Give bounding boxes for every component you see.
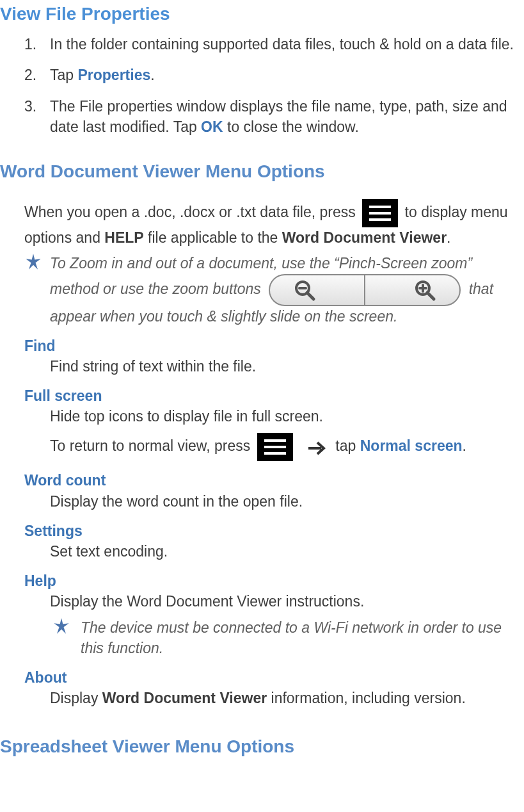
step-text-tail: to close the window. xyxy=(223,118,359,135)
help-bold: HELP xyxy=(104,229,143,246)
intro-text-a: When you open a .doc, .docx or .txt data… xyxy=(24,204,360,220)
zoom-widget xyxy=(269,274,461,306)
arrow-right-icon xyxy=(307,437,326,458)
intro-paragraph: When you open a .doc, .docx or .txt data… xyxy=(24,199,524,248)
subhead-about: About xyxy=(24,667,524,688)
properties-link: Properties xyxy=(77,67,150,83)
about-bold: Word Document Viewer xyxy=(102,690,267,706)
zoom-note: To Zoom in and out of a document, use th… xyxy=(24,253,524,326)
about-text-b: information, including version. xyxy=(267,690,466,706)
menu-icon xyxy=(257,433,293,461)
heading-spreadsheet-viewer-menu-options: Spreadsheet Viewer Menu Options xyxy=(0,734,524,759)
subhead-word-count: Word count xyxy=(24,470,524,491)
step-text-tail: . xyxy=(150,67,154,83)
desc-about: Display Word Document Viewer information… xyxy=(24,688,524,708)
step-2: 2. Tap Properties. xyxy=(24,65,524,85)
svg-line-2 xyxy=(307,293,314,299)
zoom-out-icon xyxy=(293,279,316,302)
step-number: 1. xyxy=(24,34,36,54)
desc-settings: Set text encoding. xyxy=(24,541,524,562)
svg-marker-9 xyxy=(54,618,68,634)
step-number: 3. xyxy=(24,96,36,117)
intro-text-d: . xyxy=(447,229,450,246)
zoom-in-icon xyxy=(413,279,436,302)
menu-icon xyxy=(362,199,398,227)
subhead-settings: Settings xyxy=(24,521,524,541)
step-text: In the folder containing supported data … xyxy=(50,36,514,53)
heading-view-file-properties: View File Properties xyxy=(0,1,524,26)
star-icon xyxy=(24,253,42,276)
fullscreen-text-c: . xyxy=(463,438,466,455)
desc-help: Display the Word Document Viewer instruc… xyxy=(24,591,524,612)
step-3: 3. The File properties window displays t… xyxy=(24,96,524,137)
subhead-full-screen: Full screen xyxy=(24,386,524,406)
desc-full-screen-1: Hide top icons to display file in full s… xyxy=(24,406,524,426)
fullscreen-text-a: To return to normal view, press xyxy=(50,438,255,455)
zoom-divider xyxy=(364,275,365,305)
word-document-viewer-bold: Word Document Viewer xyxy=(282,229,447,246)
steps-list: 1. In the folder containing supported da… xyxy=(0,34,524,137)
svg-line-5 xyxy=(427,293,434,299)
step-number: 2. xyxy=(24,65,36,85)
intro-text-c: file applicable to the xyxy=(144,229,282,246)
help-note: The device must be connected to a Wi-Fi … xyxy=(50,617,524,658)
fullscreen-text-b: tap xyxy=(335,438,360,455)
step-1: 1. In the folder containing supported da… xyxy=(24,34,524,54)
desc-full-screen-2: To return to normal view, press tap Norm… xyxy=(24,433,524,461)
svg-marker-0 xyxy=(26,254,40,270)
subhead-find: Find xyxy=(24,336,524,356)
ok-link: OK xyxy=(201,118,223,135)
normal-screen-link: Normal screen xyxy=(360,438,463,455)
step-text: Tap xyxy=(50,67,77,83)
star-icon xyxy=(52,617,70,640)
desc-find: Find string of text within the file. xyxy=(24,356,524,377)
heading-word-document-viewer-menu-options: Word Document Viewer Menu Options xyxy=(0,159,524,184)
subhead-help: Help xyxy=(24,571,524,591)
about-text-a: Display xyxy=(50,690,102,706)
desc-word-count: Display the word count in the open file. xyxy=(24,491,524,512)
help-note-text: The device must be connected to a Wi-Fi … xyxy=(81,619,502,656)
